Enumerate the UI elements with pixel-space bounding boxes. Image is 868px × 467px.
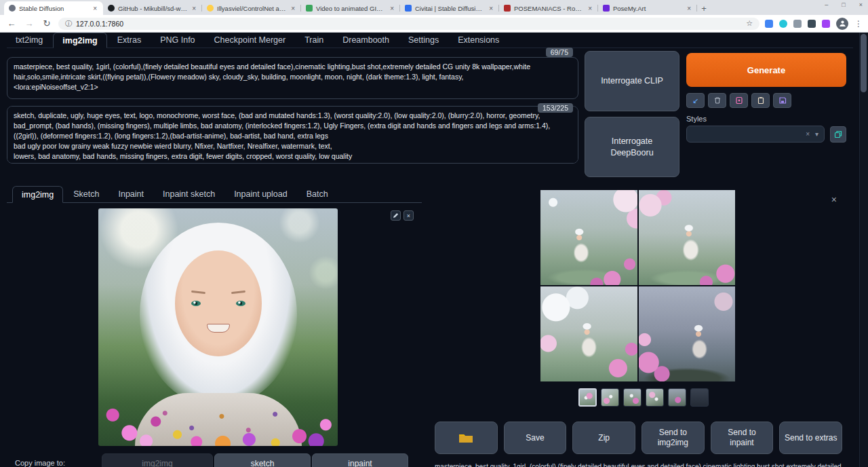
tab-close-icon[interactable]: ×: [488, 5, 494, 12]
tab-checkpoint-merger[interactable]: Checkpoint Merger: [205, 33, 295, 48]
gallery-thumbnail-3[interactable]: [623, 388, 642, 407]
subtab-inpaint-sketch[interactable]: Inpaint sketch: [154, 186, 224, 202]
browser-tab-gif-converter[interactable]: Video to animated GIF converter ×: [301, 1, 400, 15]
paste-params-button[interactable]: ↙: [686, 93, 705, 108]
browser-menu-icon[interactable]: ⋮: [854, 19, 863, 29]
img2img-source-image[interactable]: [98, 208, 338, 446]
extension-icon[interactable]: [822, 20, 830, 28]
window-controls: – □ ×: [825, 1, 863, 8]
maximize-icon[interactable]: □: [842, 1, 845, 8]
subtab-img2img[interactable]: img2img: [12, 186, 63, 203]
save-button[interactable]: Save: [504, 422, 567, 454]
subtab-sketch[interactable]: Sketch: [64, 186, 108, 202]
scrollbar-thumb[interactable]: [861, 34, 867, 92]
send-to-img2img-button[interactable]: Send to img2img: [642, 422, 705, 454]
styles-row: × ▾: [686, 126, 846, 143]
gallery-thumbnail-4[interactable]: [646, 388, 664, 407]
bookmark-star-icon[interactable]: ☆: [746, 19, 753, 28]
interrogate-clip-button[interactable]: Interrogate CLIP: [585, 51, 679, 111]
tab-close-icon[interactable]: ×: [290, 5, 296, 12]
gallery-thumbnail-1[interactable]: [578, 388, 597, 407]
result-image-1[interactable]: [540, 190, 637, 285]
tab-extras[interactable]: Extras: [108, 33, 150, 48]
result-image-2[interactable]: [639, 190, 736, 285]
tab-extensions[interactable]: Extensions: [449, 33, 508, 48]
url-text[interactable]: 127.0.0.1:7860: [76, 20, 742, 28]
clear-selection-icon[interactable]: ×: [806, 130, 810, 138]
generate-button[interactable]: Generate: [686, 53, 846, 87]
result-image-3[interactable]: [540, 286, 637, 381]
open-folder-button[interactable]: [435, 422, 498, 454]
styles-refresh-button[interactable]: [830, 126, 846, 143]
gallery-thumbnail-2[interactable]: [601, 388, 619, 407]
browser-tab-posemy-art[interactable]: PoseMy.Art ×: [598, 1, 697, 15]
portrait-smile: [207, 324, 230, 333]
gallery-thumbnail-5[interactable]: [668, 388, 686, 407]
remove-image-button[interactable]: ×: [403, 210, 414, 221]
clear-prompt-button[interactable]: [708, 93, 726, 108]
send-to-extras-button[interactable]: Send to extras: [779, 422, 842, 454]
negative-prompt-input[interactable]: sketch, duplicate, ugly, huge eyes, text…: [7, 106, 578, 164]
browser-tab-stable-diffusion[interactable]: Stable Diffusion ×: [4, 1, 103, 15]
window-close-icon[interactable]: ×: [859, 1, 863, 8]
profile-avatar[interactable]: [836, 18, 848, 30]
browser-tab-controlnet[interactable]: Illyasviel/ControlNet at main ×: [202, 1, 301, 15]
page-scrollbar[interactable]: [859, 33, 868, 467]
extension-icon[interactable]: [808, 20, 816, 28]
edit-image-button[interactable]: [391, 210, 401, 221]
extra-networks-button[interactable]: [730, 93, 748, 108]
chevron-down-icon[interactable]: ▾: [815, 130, 818, 138]
browser-tab-civitai[interactable]: Civitai | Stable Diffusion model... ×: [400, 1, 499, 15]
tab-close-icon[interactable]: ×: [191, 5, 197, 12]
tab-close-icon[interactable]: ×: [92, 5, 98, 12]
reload-icon[interactable]: ↻: [41, 18, 53, 29]
tab-dreambooth[interactable]: Dreambooth: [334, 33, 398, 48]
subtab-inpaint[interactable]: Inpaint: [109, 186, 153, 202]
gallery-action-buttons: Save Zip Send to img2img Send to inpaint…: [435, 422, 842, 454]
posemy-art-favicon: [603, 5, 610, 12]
screen: Stable Diffusion × GitHub - Mikubill/sd-…: [0, 0, 868, 467]
result-image-grid[interactable]: [540, 190, 735, 381]
tab-close-icon[interactable]: ×: [686, 5, 692, 12]
stable-diffusion-favicon: [9, 5, 16, 12]
apply-style-button[interactable]: [751, 93, 770, 108]
copy-to-img2img-button[interactable]: img2img: [102, 453, 213, 467]
subtab-batch[interactable]: Batch: [298, 186, 337, 202]
interrogate-deepbooru-button[interactable]: Interrogate DeepBooru: [585, 117, 679, 177]
zip-button[interactable]: Zip: [572, 422, 635, 454]
forward-icon[interactable]: →: [23, 18, 35, 29]
extension-icon[interactable]: [779, 20, 787, 28]
stable-diffusion-webui: txt2img img2img Extras PNG Info Checkpoi…: [0, 33, 868, 467]
styles-label: Styles: [686, 115, 846, 123]
tab-png-info[interactable]: PNG Info: [151, 33, 203, 48]
prompt-input[interactable]: masterpiece, best quality, 1girl, (color…: [7, 57, 578, 99]
styles-dropdown[interactable]: × ▾: [686, 126, 825, 143]
tab-close-icon[interactable]: ×: [389, 5, 395, 12]
subtab-inpaint-upload[interactable]: Inpaint upload: [225, 186, 296, 202]
copy-to-sketch-button[interactable]: sketch: [214, 453, 311, 467]
gallery-thumbnails: [431, 388, 856, 407]
copy-to-inpaint-button[interactable]: inpaint: [312, 453, 408, 467]
tab-train[interactable]: Train: [296, 33, 332, 48]
tab-title: Illyasviel/ControlNet at main: [217, 5, 286, 12]
tab-close-icon[interactable]: ×: [587, 5, 593, 12]
minimize-icon[interactable]: –: [825, 1, 828, 8]
tab-img2img[interactable]: img2img: [53, 33, 106, 48]
copy-image-row: Copy image to: img2img sketch inpaint: [15, 453, 416, 467]
result-image-4[interactable]: [639, 286, 736, 381]
extension-icon[interactable]: [793, 20, 802, 28]
browser-tab-posemaniacs[interactable]: POSEMANIACS - Royalty free 3... ×: [499, 1, 598, 15]
send-to-inpaint-button[interactable]: Send to inpaint: [711, 422, 774, 454]
extension-icon[interactable]: [765, 20, 773, 28]
browser-tab-github[interactable]: GitHub - Mikubill/sd-webui-con... ×: [103, 1, 202, 15]
site-info-icon[interactable]: ⓘ: [65, 19, 72, 29]
tab-settings[interactable]: Settings: [399, 33, 448, 48]
back-icon[interactable]: ←: [5, 18, 18, 29]
gallery-thumbnail-6[interactable]: [690, 388, 709, 407]
paste-arrow-icon: ↙: [692, 96, 698, 105]
gallery-close-icon[interactable]: ×: [831, 194, 837, 205]
tab-txt2img[interactable]: txt2img: [7, 33, 52, 48]
new-tab-button[interactable]: +: [697, 1, 711, 15]
save-style-button[interactable]: [773, 93, 791, 108]
url-bar[interactable]: ⓘ 127.0.0.1:7860 ☆: [58, 18, 760, 30]
